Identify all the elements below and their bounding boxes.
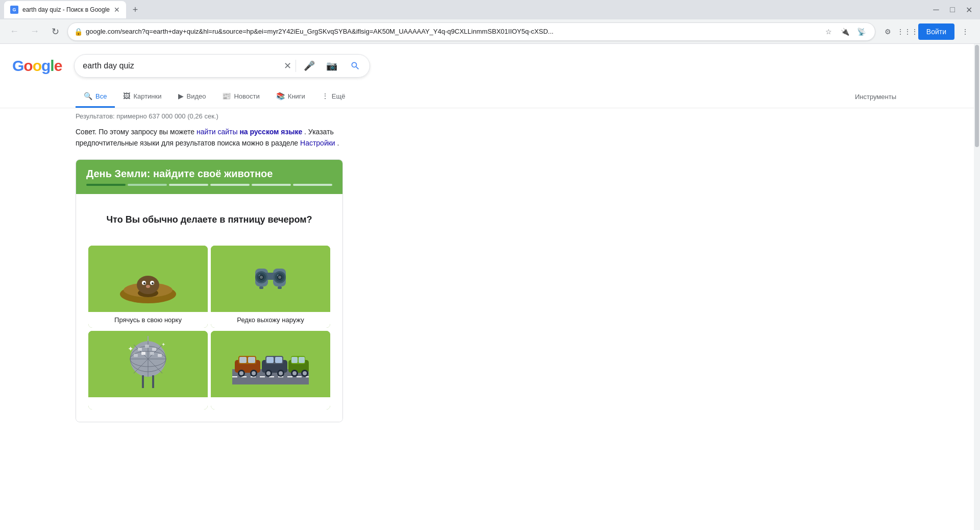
tip-end-text: .	[337, 139, 339, 147]
svg-point-50	[252, 371, 256, 375]
quiz-options: Прячусь в свою норку	[88, 246, 330, 409]
svg-point-8	[146, 285, 150, 288]
logo-g: G	[12, 57, 23, 75]
svg-rect-68	[299, 357, 305, 363]
svg-rect-51	[239, 357, 247, 363]
tab-news-label: Новости	[234, 92, 259, 100]
reload-button[interactable]: ↻	[47, 23, 63, 40]
address-bar[interactable]: 🔒 google.com/search?q=earth+day+quiz&hl=…	[67, 22, 875, 41]
svg-rect-42	[152, 375, 154, 388]
menu-icon[interactable]: ⋮	[957, 23, 974, 40]
logo-o2: o	[33, 57, 41, 75]
extension-icon[interactable]: 🔌	[838, 25, 852, 39]
image-search-icon[interactable]: 📷	[323, 57, 341, 75]
tools-label: Инструменты	[855, 93, 896, 101]
tip-link-settings[interactable]: Настройки	[300, 139, 335, 147]
quiz-question: Что Вы обычно делаете в пятницу вечером?	[88, 214, 330, 225]
disco-image: ✦ ✦	[88, 331, 208, 397]
svg-rect-31	[138, 348, 142, 351]
svg-point-66	[303, 371, 307, 375]
quiz-option-burrow[interactable]: Прячусь в свою норку	[88, 246, 208, 328]
tab-images-label: Картинки	[133, 92, 161, 100]
tab-video-label: Видео	[187, 92, 206, 100]
new-tab-button[interactable]: +	[128, 3, 142, 17]
tab-images[interactable]: 🖼 Картинки	[115, 86, 169, 108]
search-clear-icon[interactable]: ✕	[284, 60, 291, 71]
apps-icon[interactable]: ⋮⋮⋮	[899, 23, 916, 40]
settings-icon[interactable]: ⚙	[879, 23, 897, 40]
forward-button[interactable]: →	[27, 23, 43, 40]
svg-point-56	[266, 371, 271, 375]
voice-search-icon[interactable]: 🎤	[300, 57, 318, 75]
browser-tab[interactable]: G earth day quiz - Поиск в Google ✕	[4, 1, 126, 18]
search-submit-icon[interactable]	[345, 57, 365, 75]
books-icon: 📚	[276, 92, 285, 100]
tip-link-russian[interactable]: на русском языке	[239, 128, 302, 136]
tip-link-sites[interactable]: найти сайты	[197, 128, 239, 136]
tab-favicon: G	[10, 6, 18, 14]
quiz-widget: День Земли: найдите своё животное Что Вы…	[76, 159, 343, 422]
window-close-button[interactable]: ✕	[962, 3, 976, 17]
cast-icon[interactable]: 📡	[854, 25, 869, 39]
svg-rect-36	[150, 352, 154, 355]
tab-more-label: Ещё	[332, 92, 346, 100]
tab-title: earth day quiz - Поиск в Google	[22, 6, 110, 13]
tab-close-icon[interactable]: ✕	[114, 6, 120, 14]
progress-1	[86, 184, 126, 186]
svg-rect-60	[275, 357, 282, 363]
svg-rect-52	[248, 357, 255, 363]
scrollbar-thumb[interactable]	[975, 45, 979, 147]
tab-more[interactable]: ⋮ Ещё	[313, 86, 354, 108]
svg-rect-37	[158, 354, 162, 357]
tip-text: Совет. По этому запросу вы можете найти …	[76, 126, 388, 149]
svg-point-7	[152, 282, 154, 284]
browser-titlebar: G earth day quiz - Поиск в Google ✕ + ─ …	[0, 0, 980, 19]
tip-prefix: Совет. По этому запросу вы можете	[76, 128, 194, 136]
svg-rect-34	[134, 354, 138, 357]
back-button[interactable]: ←	[6, 23, 22, 40]
quiz-progress	[86, 184, 332, 186]
window-controls: ─ □ ✕	[929, 3, 976, 17]
progress-5	[252, 184, 291, 186]
quiz-option-binoculars[interactable]: Редко выхожу наружу	[211, 246, 330, 328]
more-icon: ⋮	[322, 92, 329, 100]
quiz-option-disco[interactable]: ✦ ✦	[88, 331, 208, 409]
tab-all[interactable]: 🔍 Все	[76, 86, 115, 108]
search-bar[interactable]: earth day quiz ✕ 🎤 📷	[74, 54, 370, 78]
signin-button[interactable]: Войти	[918, 23, 954, 40]
search-bar-container: earth day quiz ✕ 🎤 📷	[74, 54, 370, 78]
bookmark-icon[interactable]: ☆	[822, 25, 836, 39]
logo-e: e	[54, 57, 62, 75]
google-logo: Google	[12, 57, 62, 75]
search-input[interactable]: earth day quiz	[83, 61, 280, 70]
tab-books[interactable]: 📚 Книги	[268, 86, 313, 108]
toolbar-right: ⚙ ⋮⋮⋮ Войти ⋮	[879, 23, 974, 40]
progress-6	[293, 184, 332, 186]
results-area: Результатов: примерно 637 000 000 (0,26 …	[0, 112, 388, 422]
logo-o1: o	[23, 57, 32, 75]
all-icon: 🔍	[84, 92, 92, 100]
svg-point-48	[239, 371, 243, 375]
google-header: Google earth day quiz ✕ 🎤 📷	[0, 54, 980, 78]
browser-chrome: G earth day quiz - Поиск в Google ✕ + ─ …	[0, 0, 980, 44]
window-minimize-button[interactable]: ─	[929, 3, 943, 17]
scrollbar[interactable]	[974, 44, 980, 452]
logo-l: l	[50, 57, 54, 75]
logo-g2: g	[41, 57, 50, 75]
address-text: google.com/search?q=earth+day+quiz&hl=ru…	[86, 28, 819, 35]
svg-point-64	[292, 371, 297, 375]
tab-video[interactable]: ▶ Видео	[170, 86, 214, 108]
svg-text:✦: ✦	[161, 342, 165, 347]
search-tools[interactable]: Инструменты	[847, 87, 904, 107]
svg-point-58	[279, 371, 283, 375]
svg-rect-35	[141, 352, 145, 355]
quiz-body: Что Вы обычно делаете в пятницу вечером?	[76, 194, 342, 422]
svg-rect-33	[152, 348, 156, 351]
tab-news[interactable]: 📰 Новости	[214, 86, 267, 108]
svg-rect-32	[145, 345, 149, 348]
news-icon: 📰	[222, 92, 231, 100]
option-cars-label	[211, 397, 330, 409]
quiz-option-cars[interactable]	[211, 331, 330, 409]
cars-image	[211, 331, 330, 397]
window-maximize-button[interactable]: □	[945, 3, 960, 17]
